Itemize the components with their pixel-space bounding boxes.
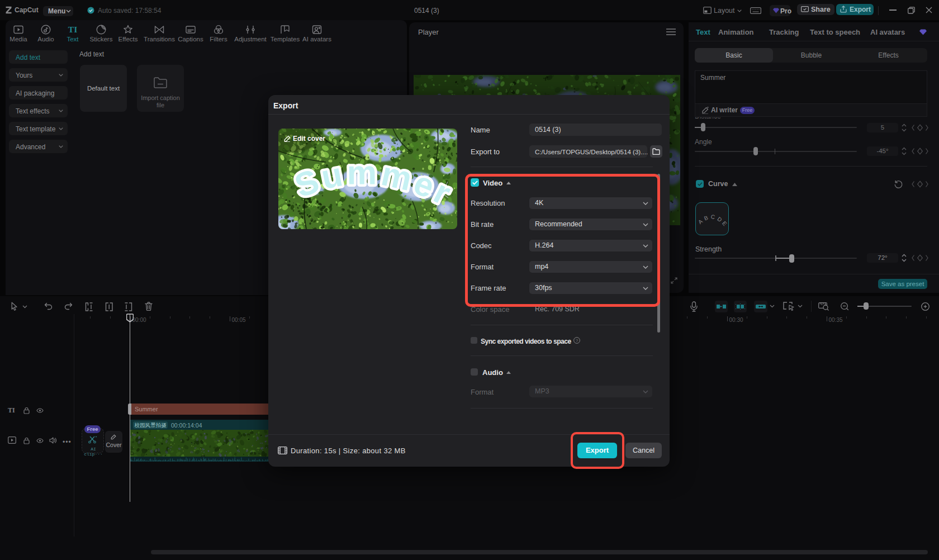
svg-text:TI: TI [68,25,77,34]
svg-text:?: ? [576,338,578,343]
svg-text:ABCDE: ABCDE [697,213,729,229]
